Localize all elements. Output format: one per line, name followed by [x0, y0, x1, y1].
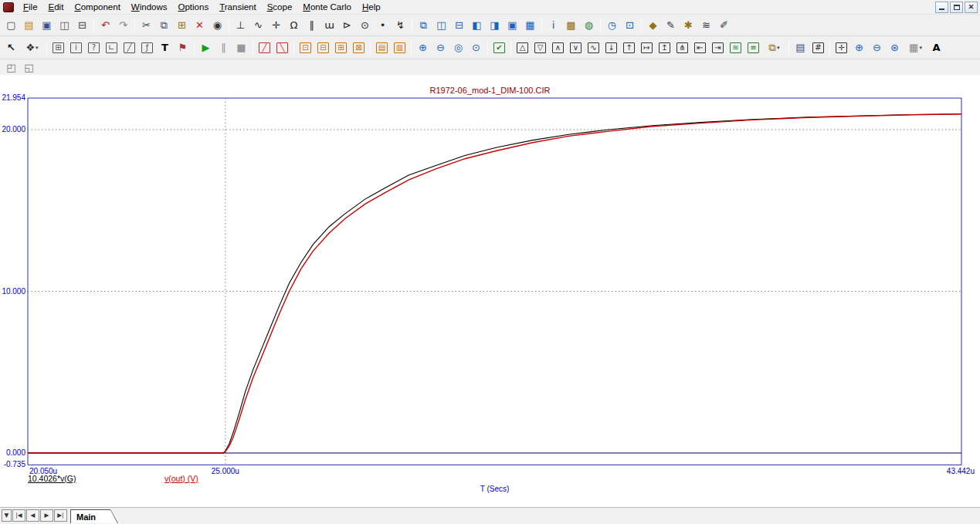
last-page-button[interactable]: ▶|	[54, 509, 67, 522]
close-button[interactable]: ✕	[965, 2, 978, 13]
low-button[interactable]: ∨	[567, 39, 585, 56]
new-file-button[interactable]: ▢	[2, 17, 20, 33]
save-file-button[interactable]: ▣	[38, 17, 56, 33]
print-button[interactable]: ⊟	[73, 17, 91, 33]
copy-button[interactable]: ⧉	[155, 17, 173, 33]
go-to-y-button[interactable]: ↥	[656, 39, 673, 56]
watch-window-button[interactable]: ⊡	[621, 17, 639, 33]
internet-button[interactable]: ◍	[580, 17, 598, 33]
menu-edit[interactable]: Edit	[43, 2, 70, 12]
info-mode-button[interactable]: i	[67, 39, 85, 56]
numeric-values-button[interactable]: #	[809, 39, 827, 56]
inductor-button[interactable]: ɯ	[320, 17, 338, 33]
edit-waveform-button[interactable]: ✐	[715, 17, 733, 33]
text-mode-button[interactable]: T	[156, 39, 174, 56]
node-dot-button[interactable]: •	[374, 17, 392, 33]
sine-source-button[interactable]: ∿	[249, 17, 267, 33]
menu-transient[interactable]: Transient	[214, 2, 262, 12]
redo-button[interactable]: ↷	[114, 17, 132, 33]
menu-windows[interactable]: Windows	[126, 2, 173, 12]
paste-button[interactable]: ⊞	[173, 17, 191, 33]
pause-button[interactable]: ‖	[215, 39, 232, 56]
component-info-button[interactable]: i	[544, 17, 562, 33]
maximize-window-button[interactable]: ▣	[504, 17, 521, 33]
restore-button[interactable]	[950, 2, 963, 13]
transistor-button[interactable]: ⊙	[356, 17, 374, 33]
menu-help[interactable]: Help	[357, 2, 386, 12]
scope-zoom-in-button[interactable]: ⊕	[850, 39, 868, 56]
plus-marks-button[interactable]: ⊞	[332, 39, 350, 56]
menu-file[interactable]: File	[18, 2, 43, 12]
tile-horizontal-button[interactable]: ⊟	[450, 17, 468, 33]
print-preview-button[interactable]: ◫	[56, 17, 73, 33]
waveform-button[interactable]: ≋	[697, 17, 715, 33]
cascade-windows-button[interactable]: ⧉	[415, 17, 432, 33]
first-page-button[interactable]: |◀	[12, 509, 25, 522]
component-mode-dropdown[interactable]: ❖▾	[20, 39, 44, 56]
cursor-mode-button[interactable]: ✛	[832, 39, 850, 56]
menu-options[interactable]: Options	[173, 2, 215, 12]
delete-button[interactable]: ✕	[191, 17, 209, 33]
stop-button[interactable]: ■	[232, 39, 250, 56]
grid-pattern-dropdown[interactable]: ▦▾	[904, 39, 927, 56]
undo-button[interactable]: ↶	[97, 17, 114, 33]
bring-to-front-button[interactable]: ◰	[2, 59, 20, 76]
tile-vertical-button[interactable]: ◫	[432, 17, 450, 33]
positive-slope-button[interactable]: ╱	[256, 39, 273, 56]
scope-zoom-out-button[interactable]: ⊖	[868, 39, 886, 56]
copy-to-clipboard-dropdown[interactable]: ⧉▾	[762, 39, 786, 56]
peak-button[interactable]: △	[514, 39, 531, 56]
send-to-back-button[interactable]: ◱	[20, 59, 38, 76]
diagonal-wire-button[interactable]: ╱	[120, 39, 138, 56]
flag-mode-button[interactable]: ⚑	[174, 39, 192, 56]
find-button[interactable]: ◉	[209, 17, 226, 33]
split-horizontal-button[interactable]: ◧	[468, 17, 486, 33]
properties-button[interactable]: ✔	[490, 39, 508, 56]
prev-page-button[interactable]: ◀	[26, 509, 39, 522]
tab-main[interactable]: Main	[70, 509, 118, 523]
global-high-button[interactable]: ↑	[620, 39, 638, 56]
ground-component-button[interactable]: ⊥	[232, 17, 249, 33]
zoom-in-button[interactable]: ⊕	[414, 39, 432, 56]
menu-monte-carlo[interactable]: Monte Carlo	[297, 2, 357, 12]
negative-slope-button[interactable]: ╲	[273, 39, 291, 56]
schematic-box-button[interactable]: ⊞	[49, 39, 67, 56]
numeric-output-button[interactable]: ▤	[792, 39, 809, 56]
resistor-button[interactable]: Ω	[285, 17, 303, 33]
magnify-region-button[interactable]: ⊛	[886, 39, 904, 56]
go-to-x-button[interactable]: ↦	[638, 39, 656, 56]
stacked-plots-button[interactable]: ≋	[727, 39, 744, 56]
minimize-button[interactable]	[935, 2, 948, 13]
diode-button[interactable]: ⊳	[338, 17, 356, 33]
package-editor-button[interactable]: ✱	[680, 17, 697, 33]
inflection-button[interactable]: ∿	[585, 39, 602, 56]
ruler-button[interactable]: ⊟	[314, 39, 332, 56]
go-to-branch-button[interactable]: ⋔	[673, 39, 691, 56]
cursor-left-button[interactable]: ⇤	[691, 39, 709, 56]
open-file-button[interactable]: ▤	[20, 17, 38, 33]
menu-scope[interactable]: Scope	[262, 2, 298, 12]
model-editor-button[interactable]: ◆	[644, 17, 662, 33]
page-list-dropdown[interactable]: ▼	[2, 509, 12, 522]
valley-button[interactable]: ▽	[531, 39, 549, 56]
global-low-button[interactable]: ↓	[602, 39, 620, 56]
split-vertical-button[interactable]: ◨	[486, 17, 504, 33]
vertical-grids-button[interactable]: ▥	[391, 39, 409, 56]
run-button[interactable]: ▶	[197, 39, 215, 56]
animate-button[interactable]: ◷	[603, 17, 621, 33]
zoom-out-button[interactable]: ⊖	[432, 39, 449, 56]
calculator-button[interactable]: ▦	[521, 17, 539, 33]
current-source-button[interactable]: ↯	[392, 17, 409, 33]
autoscale-button[interactable]: ◎	[449, 39, 467, 56]
tag-mode-button[interactable]: ⊠	[350, 39, 368, 56]
formula-text-button[interactable]: ƒ	[138, 39, 156, 56]
help-mode-button[interactable]: ?	[85, 39, 103, 56]
shape-editor-button[interactable]: ✎	[662, 17, 680, 33]
component-editor-button[interactable]: ▩	[562, 17, 580, 33]
wire-cross-button[interactable]: ✛	[267, 17, 285, 33]
next-page-button[interactable]: ▶	[40, 509, 53, 522]
cursor-right-button[interactable]: ⇥	[709, 39, 727, 56]
high-button[interactable]: ∧	[549, 39, 567, 56]
capacitor-button[interactable]: ∥	[303, 17, 320, 33]
menu-component[interactable]: Component	[69, 2, 125, 12]
